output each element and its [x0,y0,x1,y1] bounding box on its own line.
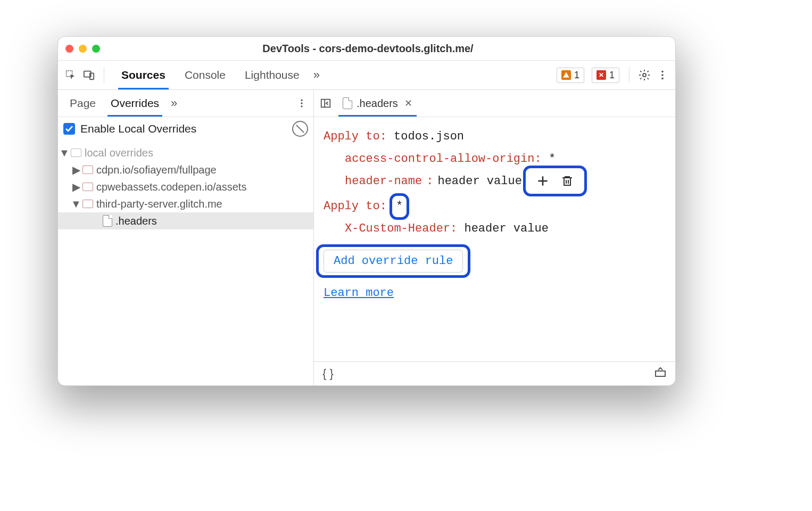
tree-root-label: local overrides [85,147,153,159]
expand-icon: ▶ [73,163,79,176]
close-tab-icon[interactable]: ✕ [404,97,412,109]
file-icon [343,97,352,109]
devtools-window: DevTools - cors-demo-devtools.glitch.me/… [57,36,676,386]
navigator-tab-page[interactable]: Page [62,90,103,117]
file-icon [103,215,112,227]
header-value[interactable]: header value [437,170,521,193]
zoom-window-button[interactable] [92,45,100,53]
editor-statusbar: { } [314,361,675,385]
tree-folder-label: cpwebassets.codepen.io/assets [96,181,246,193]
kebab-menu-icon[interactable] [655,68,670,83]
learn-more-link[interactable]: Learn more [324,286,394,300]
overrides-tree: ▼ local overrides ▶ cdpn.io/sofiayem/ful… [58,141,313,385]
header-name[interactable]: header-name [345,170,422,193]
panel-tabs: Sources Console Lighthouse » [112,61,324,89]
window-controls [65,45,100,53]
folder-icon [71,149,81,157]
toggle-navigator-icon[interactable] [318,96,333,111]
main-toolbar: Sources Console Lighthouse » 1 ✕ 1 [58,61,675,90]
add-rule-highlight: Add override rule [324,250,463,273]
show-drawer-icon[interactable] [654,366,667,382]
header-name[interactable]: access-control-allow-origin [345,152,534,166]
editor-tabs: .headers ✕ [314,90,675,117]
expand-icon: ▶ [73,180,79,193]
svg-point-8 [301,102,302,104]
delete-header-icon[interactable] [558,172,576,190]
warnings-badge[interactable]: 1 [557,68,584,83]
apply-to-value[interactable]: * [396,200,403,213]
window-title: DevTools - cors-demo-devtools.glitch.me/ [100,43,636,55]
navigator-tabs: Page Overrides » [58,90,313,117]
error-icon: ✕ [596,70,606,80]
warning-icon [561,70,571,80]
enable-overrides-row: Enable Local Overrides [58,117,313,141]
header-row: X-Custom-Header: header value [324,218,666,240]
minimize-window-button[interactable] [79,45,87,53]
errors-count: 1 [609,70,615,81]
close-window-button[interactable] [65,45,73,53]
apply-to-wildcard-highlight: * [394,195,405,218]
more-tabs-icon[interactable]: » [309,68,324,82]
headers-editor: Apply to: todos.json access-control-allo… [314,117,675,361]
svg-rect-17 [656,371,665,376]
tree-folder[interactable]: ▶ cdpn.io/sofiayem/fullpage [58,161,313,178]
tree-folder[interactable]: ▼ third-party-server.glitch.me [58,195,313,212]
separator [629,67,629,83]
svg-rect-14 [564,178,570,185]
titlebar: DevTools - cors-demo-devtools.glitch.me/ [58,37,675,61]
override-rule: Apply to: * [324,195,666,218]
separator [104,67,104,83]
tree-folder[interactable]: ▶ cpwebassets.codepen.io/assets [58,178,313,195]
tree-root[interactable]: ▼ local overrides [58,144,313,161]
apply-to-label: Apply to [324,200,380,213]
enable-overrides-checkbox[interactable] [63,123,75,135]
add-override-rule-button[interactable]: Add override rule [324,250,463,273]
navigator-tab-overrides[interactable]: Overrides [103,90,167,117]
collapse-icon: ▼ [73,198,79,210]
apply-to-value[interactable]: todos.json [394,130,464,143]
tree-file-label: .headers [115,215,157,227]
inspect-element-icon[interactable] [63,68,78,83]
clear-overrides-icon[interactable] [289,118,311,140]
header-name[interactable]: X-Custom-Header [345,222,450,235]
split-view: Page Overrides » Enable Local Overrides [58,90,675,385]
settings-icon[interactable] [637,68,652,83]
navigator-more-icon[interactable]: » [167,96,181,110]
svg-point-6 [661,78,664,80]
tab-sources[interactable]: Sources [112,61,175,89]
pretty-print-icon[interactable]: { } [322,367,334,381]
errors-badge[interactable]: ✕ 1 [592,68,619,83]
apply-to-label: Apply to [324,130,380,143]
header-value[interactable]: header value [464,222,548,235]
svg-point-7 [301,100,302,101]
navigator-pane: Page Overrides » Enable Local Overrides [58,90,314,385]
editor-tab-label: .headers [357,97,398,110]
tab-lighthouse[interactable]: Lighthouse [235,61,309,89]
header-actions-highlight [531,171,579,191]
folder-icon [82,183,93,191]
navigator-kebab-icon[interactable] [294,96,309,111]
add-header-icon[interactable] [534,172,552,190]
editor-tab-headers[interactable]: .headers ✕ [336,90,419,117]
header-value[interactable]: * [549,152,556,166]
tree-folder-label: third-party-server.glitch.me [96,198,222,210]
tree-file-headers[interactable]: .headers [58,212,313,229]
override-rule: Apply to: todos.json [324,126,666,148]
svg-point-9 [301,105,302,107]
header-row: header-name: header value [324,170,666,193]
header-row: access-control-allow-origin: * [324,148,666,170]
folder-icon [82,166,93,174]
enable-overrides-label: Enable Local Overrides [80,122,196,135]
collapse-icon: ▼ [61,147,68,159]
editor-pane: .headers ✕ Apply to: todos.json access-c… [314,90,675,385]
svg-point-3 [643,73,646,77]
svg-point-5 [661,74,664,76]
tab-console[interactable]: Console [175,61,235,89]
warnings-count: 1 [574,70,579,81]
folder-icon [82,200,93,208]
tree-folder-label: cdpn.io/sofiayem/fullpage [96,164,217,176]
device-toolbar-icon[interactable] [81,68,96,83]
svg-point-4 [661,71,664,73]
